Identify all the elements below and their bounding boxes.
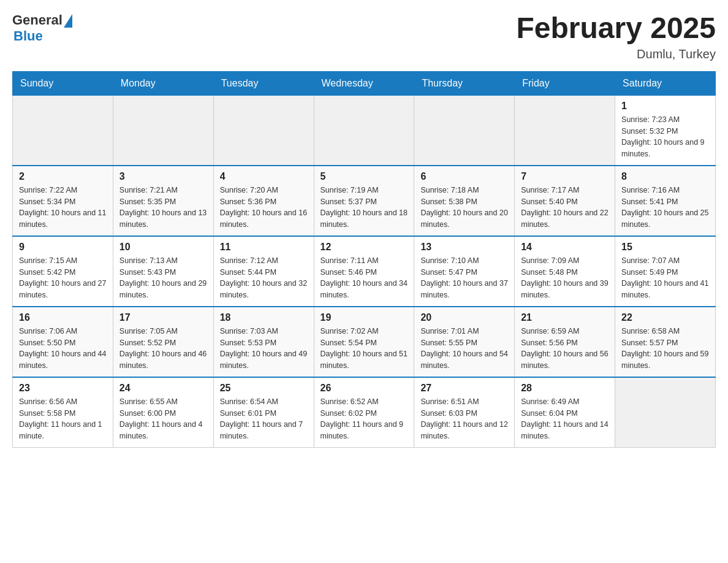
- calendar-week-row: 2Sunrise: 7:22 AM Sunset: 5:34 PM Daylig…: [13, 166, 716, 236]
- calendar-day-cell: 8Sunrise: 7:16 AM Sunset: 5:41 PM Daylig…: [615, 166, 716, 236]
- calendar-day-cell: [13, 95, 113, 166]
- day-number: 21: [521, 312, 609, 323]
- day-header-thursday: Thursday: [414, 71, 515, 95]
- day-info: Sunrise: 7:05 AM Sunset: 5:52 PM Dayligh…: [119, 326, 207, 372]
- day-number: 2: [19, 171, 107, 182]
- calendar-day-cell: 10Sunrise: 7:13 AM Sunset: 5:43 PM Dayli…: [113, 236, 213, 307]
- logo: General Blue: [12, 12, 72, 44]
- calendar-title: February 2025: [516, 12, 716, 45]
- day-number: 4: [220, 171, 308, 182]
- day-info: Sunrise: 6:59 AM Sunset: 5:56 PM Dayligh…: [521, 326, 609, 372]
- day-number: 8: [621, 171, 709, 182]
- day-number: 22: [621, 312, 709, 323]
- day-header-wednesday: Wednesday: [314, 71, 414, 95]
- day-info: Sunrise: 7:17 AM Sunset: 5:40 PM Dayligh…: [521, 185, 609, 231]
- day-header-tuesday: Tuesday: [213, 71, 314, 95]
- day-info: Sunrise: 7:03 AM Sunset: 5:53 PM Dayligh…: [220, 326, 308, 372]
- day-info: Sunrise: 7:23 AM Sunset: 5:32 PM Dayligh…: [621, 114, 709, 160]
- day-number: 25: [220, 383, 308, 394]
- day-number: 17: [119, 312, 207, 323]
- day-number: 24: [119, 383, 207, 394]
- day-number: 10: [119, 242, 207, 253]
- calendar-day-cell: 11Sunrise: 7:12 AM Sunset: 5:44 PM Dayli…: [213, 236, 314, 307]
- calendar-day-cell: 24Sunrise: 6:55 AM Sunset: 6:00 PM Dayli…: [113, 377, 213, 448]
- day-info: Sunrise: 7:19 AM Sunset: 5:37 PM Dayligh…: [320, 185, 408, 231]
- calendar-day-cell: 5Sunrise: 7:19 AM Sunset: 5:37 PM Daylig…: [314, 166, 414, 236]
- calendar-week-row: 23Sunrise: 6:56 AM Sunset: 5:58 PM Dayli…: [13, 377, 716, 448]
- calendar-day-cell: [414, 95, 515, 166]
- day-info: Sunrise: 7:09 AM Sunset: 5:48 PM Dayligh…: [521, 255, 609, 301]
- calendar-day-cell: 2Sunrise: 7:22 AM Sunset: 5:34 PM Daylig…: [13, 166, 113, 236]
- calendar-day-cell: 26Sunrise: 6:52 AM Sunset: 6:02 PM Dayli…: [314, 377, 414, 448]
- day-number: 26: [320, 383, 408, 394]
- calendar-header-row: SundayMondayTuesdayWednesdayThursdayFrid…: [13, 71, 716, 95]
- calendar-week-row: 16Sunrise: 7:06 AM Sunset: 5:50 PM Dayli…: [13, 307, 716, 377]
- day-number: 13: [420, 242, 508, 253]
- day-info: Sunrise: 7:10 AM Sunset: 5:47 PM Dayligh…: [420, 255, 508, 301]
- calendar-week-row: 9Sunrise: 7:15 AM Sunset: 5:42 PM Daylig…: [13, 236, 716, 307]
- calendar-day-cell: [113, 95, 213, 166]
- calendar-day-cell: 15Sunrise: 7:07 AM Sunset: 5:49 PM Dayli…: [615, 236, 716, 307]
- calendar-day-cell: 22Sunrise: 6:58 AM Sunset: 5:57 PM Dayli…: [615, 307, 716, 377]
- day-info: Sunrise: 6:49 AM Sunset: 6:04 PM Dayligh…: [521, 396, 609, 442]
- day-header-sunday: Sunday: [13, 71, 113, 95]
- day-info: Sunrise: 7:11 AM Sunset: 5:46 PM Dayligh…: [320, 255, 408, 301]
- day-info: Sunrise: 6:54 AM Sunset: 6:01 PM Dayligh…: [220, 396, 308, 442]
- calendar-day-cell: [314, 95, 414, 166]
- day-number: 15: [621, 242, 709, 253]
- calendar-day-cell: 21Sunrise: 6:59 AM Sunset: 5:56 PM Dayli…: [515, 307, 615, 377]
- calendar-day-cell: 9Sunrise: 7:15 AM Sunset: 5:42 PM Daylig…: [13, 236, 113, 307]
- calendar-day-cell: 17Sunrise: 7:05 AM Sunset: 5:52 PM Dayli…: [113, 307, 213, 377]
- day-header-friday: Friday: [515, 71, 615, 95]
- day-info: Sunrise: 7:18 AM Sunset: 5:38 PM Dayligh…: [420, 185, 508, 231]
- day-number: 19: [320, 312, 408, 323]
- day-number: 28: [521, 383, 609, 394]
- calendar-day-cell: 28Sunrise: 6:49 AM Sunset: 6:04 PM Dayli…: [515, 377, 615, 448]
- title-section: February 2025 Dumlu, Turkey: [516, 12, 716, 61]
- day-number: 27: [420, 383, 508, 394]
- calendar-day-cell: 20Sunrise: 7:01 AM Sunset: 5:55 PM Dayli…: [414, 307, 515, 377]
- calendar-week-row: 1Sunrise: 7:23 AM Sunset: 5:32 PM Daylig…: [13, 95, 716, 166]
- calendar-day-cell: 1Sunrise: 7:23 AM Sunset: 5:32 PM Daylig…: [615, 95, 716, 166]
- calendar-day-cell: 6Sunrise: 7:18 AM Sunset: 5:38 PM Daylig…: [414, 166, 515, 236]
- day-info: Sunrise: 7:13 AM Sunset: 5:43 PM Dayligh…: [119, 255, 207, 301]
- day-number: 7: [521, 171, 609, 182]
- calendar-day-cell: [213, 95, 314, 166]
- calendar-day-cell: 16Sunrise: 7:06 AM Sunset: 5:50 PM Dayli…: [13, 307, 113, 377]
- calendar-subtitle: Dumlu, Turkey: [516, 47, 716, 61]
- day-number: 23: [19, 383, 107, 394]
- day-info: Sunrise: 7:01 AM Sunset: 5:55 PM Dayligh…: [420, 326, 508, 372]
- day-info: Sunrise: 6:51 AM Sunset: 6:03 PM Dayligh…: [420, 396, 508, 442]
- calendar-day-cell: 12Sunrise: 7:11 AM Sunset: 5:46 PM Dayli…: [314, 236, 414, 307]
- day-info: Sunrise: 7:15 AM Sunset: 5:42 PM Dayligh…: [19, 255, 107, 301]
- day-info: Sunrise: 6:52 AM Sunset: 6:02 PM Dayligh…: [320, 396, 408, 442]
- day-number: 20: [420, 312, 508, 323]
- day-info: Sunrise: 6:56 AM Sunset: 5:58 PM Dayligh…: [19, 396, 107, 442]
- calendar-day-cell: 23Sunrise: 6:56 AM Sunset: 5:58 PM Dayli…: [13, 377, 113, 448]
- calendar-day-cell: [515, 95, 615, 166]
- day-number: 9: [19, 242, 107, 253]
- day-number: 16: [19, 312, 107, 323]
- day-info: Sunrise: 7:20 AM Sunset: 5:36 PM Dayligh…: [220, 185, 308, 231]
- day-number: 3: [119, 171, 207, 182]
- day-header-monday: Monday: [113, 71, 213, 95]
- day-number: 14: [521, 242, 609, 253]
- day-info: Sunrise: 7:02 AM Sunset: 5:54 PM Dayligh…: [320, 326, 408, 372]
- logo-general-text: General: [12, 12, 63, 28]
- day-number: 12: [320, 242, 408, 253]
- day-info: Sunrise: 7:21 AM Sunset: 5:35 PM Dayligh…: [119, 185, 207, 231]
- calendar-table: SundayMondayTuesdayWednesdayThursdayFrid…: [12, 71, 716, 448]
- day-info: Sunrise: 7:07 AM Sunset: 5:49 PM Dayligh…: [621, 255, 709, 301]
- calendar-day-cell: 19Sunrise: 7:02 AM Sunset: 5:54 PM Dayli…: [314, 307, 414, 377]
- logo-blue-text: Blue: [13, 28, 43, 44]
- day-number: 1: [621, 101, 709, 112]
- calendar-day-cell: 3Sunrise: 7:21 AM Sunset: 5:35 PM Daylig…: [113, 166, 213, 236]
- day-info: Sunrise: 6:55 AM Sunset: 6:00 PM Dayligh…: [119, 396, 207, 442]
- calendar-day-cell: 7Sunrise: 7:17 AM Sunset: 5:40 PM Daylig…: [515, 166, 615, 236]
- page-header: General Blue February 2025 Dumlu, Turkey: [12, 12, 716, 61]
- day-info: Sunrise: 7:16 AM Sunset: 5:41 PM Dayligh…: [621, 185, 709, 231]
- day-info: Sunrise: 7:22 AM Sunset: 5:34 PM Dayligh…: [19, 185, 107, 231]
- calendar-day-cell: 25Sunrise: 6:54 AM Sunset: 6:01 PM Dayli…: [213, 377, 314, 448]
- day-number: 5: [320, 171, 408, 182]
- day-info: Sunrise: 7:12 AM Sunset: 5:44 PM Dayligh…: [220, 255, 308, 301]
